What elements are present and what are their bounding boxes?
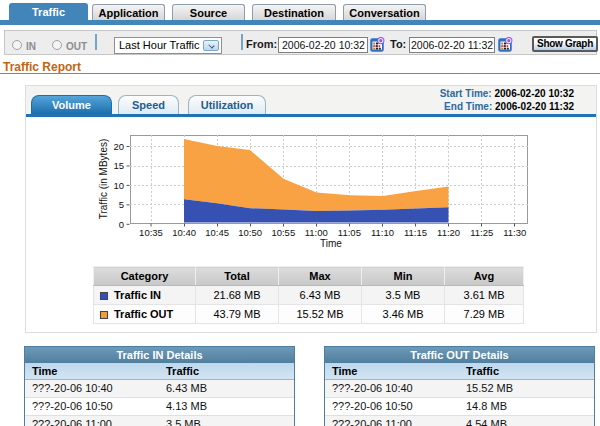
svg-text:11:00: 11:00 bbox=[305, 227, 328, 238]
svg-text:10: 10 bbox=[113, 180, 124, 191]
svg-text:10:45: 10:45 bbox=[205, 227, 229, 238]
svg-text:Traffic (in MBytes): Traffic (in MBytes) bbox=[98, 139, 109, 220]
svg-text:5: 5 bbox=[119, 199, 124, 210]
svg-text:11:20: 11:20 bbox=[437, 227, 460, 238]
svg-text:10:50: 10:50 bbox=[238, 227, 262, 238]
svg-text:10:35: 10:35 bbox=[139, 227, 163, 238]
svg-text:Time: Time bbox=[320, 238, 342, 249]
svg-text:0: 0 bbox=[119, 219, 124, 230]
svg-text:11:10: 11:10 bbox=[371, 227, 394, 238]
svg-text:15: 15 bbox=[113, 160, 124, 171]
svg-text:10:40: 10:40 bbox=[172, 227, 196, 238]
svg-text:11:05: 11:05 bbox=[338, 227, 361, 238]
svg-text:10:55: 10:55 bbox=[271, 227, 295, 238]
svg-text:11:25: 11:25 bbox=[470, 227, 493, 238]
svg-text:11:15: 11:15 bbox=[404, 227, 427, 238]
svg-text:20: 20 bbox=[113, 141, 124, 152]
svg-text:11:30: 11:30 bbox=[503, 227, 526, 238]
